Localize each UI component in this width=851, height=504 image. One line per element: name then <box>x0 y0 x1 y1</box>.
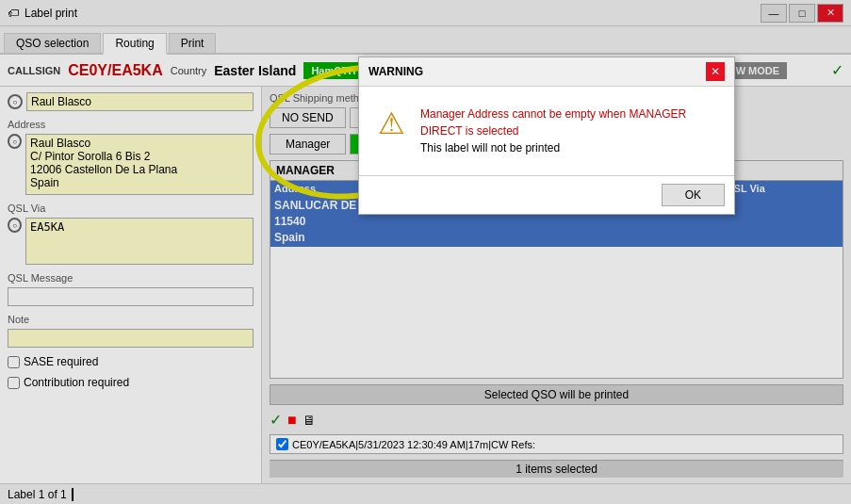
warning-body: ⚠ Manager Address cannot be empty when M… <box>359 87 734 175</box>
warning-dialog: WARNING ✕ ⚠ Manager Address cannot be em… <box>358 57 735 215</box>
warning-footer: OK <box>359 175 734 214</box>
warning-title: WARNING <box>368 65 423 78</box>
warning-text: Manager Address cannot be empty when MAN… <box>420 106 715 156</box>
warning-triangle-icon: ⚠ <box>378 106 405 141</box>
ok-button[interactable]: OK <box>662 184 725 206</box>
warning-message-primary: Manager Address cannot be empty when MAN… <box>420 106 715 139</box>
warning-close-button[interactable]: ✕ <box>706 62 725 81</box>
main-container: 🏷 Label print — □ ✕ QSO selection Routin… <box>0 0 851 504</box>
warning-title-bar: WARNING ✕ <box>359 57 734 87</box>
warning-message-secondary: This label will not be printed <box>420 139 715 156</box>
